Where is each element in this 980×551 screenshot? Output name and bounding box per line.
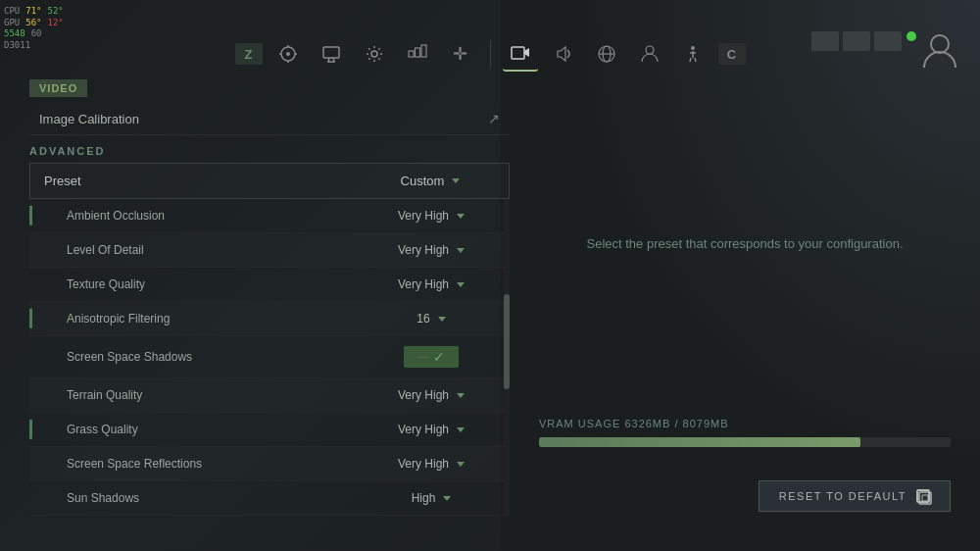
setting-value-0[interactable]: Very High [353,199,510,232]
svg-rect-11 [409,51,414,57]
gpu-temp1: 56° [25,18,41,29]
setting-value-7[interactable]: Very High [353,447,510,480]
reset-button[interactable]: RESET TO DEFAULT [759,480,951,512]
setting-row-8[interactable]: Sun ShadowsHigh [29,481,510,516]
value-arrow [438,317,446,322]
vram-bar-container [539,437,951,447]
value-arrow [443,496,451,501]
nav-icon-crosshair[interactable]: ✛ [443,36,478,72]
setting-value-6[interactable]: Very High [353,413,510,446]
right-panel: Select the preset that corresponds to yo… [510,78,980,531]
value-text: 16 [416,312,429,326]
svg-point-19 [691,46,695,50]
nav-separator [490,40,491,68]
cpu-temp1: 71° [25,6,41,18]
nav-icon-display[interactable] [314,36,349,72]
nav-icon-network[interactable] [400,36,435,72]
vram-label: VRAM USAGE 6326MB / 8079MB [539,418,951,429]
value-text: Very High [398,209,449,223]
preset-value[interactable]: Custom [352,164,509,198]
nav-icon-z[interactable]: Z [235,43,263,65]
value-text: Very High [398,388,449,402]
setting-name-3: Anisotropic Filtering [53,302,353,335]
setting-value-8[interactable]: High [353,481,510,515]
nav-icon-settings[interactable] [357,36,392,72]
nav-icon-globe[interactable] [589,36,624,72]
setting-name-6: Grass Quality [53,413,353,446]
avatar[interactable] [919,29,960,71]
top-right-squares [811,31,902,51]
top-square-1[interactable] [811,31,839,51]
svg-rect-6 [323,47,339,58]
svg-point-18 [646,46,654,54]
value-arrow [457,427,465,432]
value-arrow [457,282,465,287]
video-label: VIDEO [29,79,87,97]
setting-row-5[interactable]: Terrain QualityVery High [29,378,510,413]
toggle-container[interactable]: —✓ [404,346,459,368]
value-text: Very High [398,457,449,471]
setting-name-1: Level Of Detail [53,233,353,267]
external-link-icon: ↗ [488,111,500,126]
svg-rect-14 [512,47,524,59]
nav-icon-audio[interactable] [546,36,581,72]
preset-label: Preset [30,164,352,198]
setting-name-0: Ambient Occlusion [53,199,353,232]
svg-point-20 [931,35,949,53]
svg-point-1 [286,52,290,56]
gpu-label: GPU [4,18,20,29]
setting-value-4[interactable]: —✓ [353,336,510,377]
setting-row-0[interactable]: Ambient OcclusionVery High [29,199,510,233]
left-panel: VIDEO Image Calibration ↗ ADVANCED Prese… [29,78,510,531]
value-text: Very High [398,277,449,291]
status-dot [906,31,916,41]
setting-name-4: Screen Space Shadows [53,340,353,374]
reset-button-label: RESET TO DEFAULT [779,490,906,502]
preset-arrow [452,178,460,183]
setting-name-5: Terrain Quality [53,378,353,412]
preset-row[interactable]: Preset Custom [29,163,510,199]
nav-icon-accessibility[interactable] [675,36,710,72]
row-indicator [29,420,32,439]
vram-section: VRAM USAGE 6326MB / 8079MB [510,408,980,471]
row-indicator [29,206,32,225]
value-text: High [412,491,436,505]
value-text: Very High [398,423,449,436]
svg-rect-12 [415,48,419,57]
vram-bar-fill [539,437,860,447]
image-calibration-row[interactable]: Image Calibration ↗ [29,103,510,135]
value-arrow [457,214,465,219]
setting-row-1[interactable]: Level Of DetailVery High [29,233,510,268]
setting-row-7[interactable]: Screen Space ReflectionsVery High [29,447,510,481]
setting-value-3[interactable]: 16 [353,302,510,335]
setting-name-8: Sun Shadows [53,481,353,515]
nav-icon-c[interactable]: C [718,43,746,65]
value-arrow [457,248,465,253]
top-square-2[interactable] [843,31,870,51]
nav-icon-sight[interactable] [270,36,306,72]
setting-value-5[interactable]: Very High [353,378,510,412]
setting-value-2[interactable]: Very High [353,268,510,301]
nav-icon-video[interactable] [503,36,538,72]
setting-name-2: Texture Quality [53,268,353,301]
cpu-label: CPU [4,6,20,18]
settings-scroll-container[interactable]: Ambient OcclusionVery HighLevel Of Detai… [29,199,510,516]
settings-list: Ambient OcclusionVery HighLevel Of Detai… [29,199,510,516]
toggle-dash: — [417,350,429,364]
setting-row-2[interactable]: Texture QualityVery High [29,268,510,302]
value-arrow [457,462,465,467]
setting-row-6[interactable]: Grass QualityVery High [29,413,510,447]
top-square-3[interactable] [874,31,902,51]
svg-point-10 [371,51,377,57]
svg-rect-21 [919,492,931,504]
preset-description: Select the preset that corresponds to yo… [510,78,980,408]
value-arrow [457,393,465,398]
value-text: Very High [398,243,449,257]
reset-section: RESET TO DEFAULT [510,471,980,531]
nav-icon-user[interactable] [632,36,667,72]
setting-name-7: Screen Space Reflections [53,447,353,480]
cpu-temp2: 52° [48,6,64,18]
setting-row-4[interactable]: Screen Space Shadows—✓ [29,336,510,378]
setting-value-1[interactable]: Very High [353,233,510,267]
setting-row-3[interactable]: Anisotropic Filtering16 [29,302,510,336]
